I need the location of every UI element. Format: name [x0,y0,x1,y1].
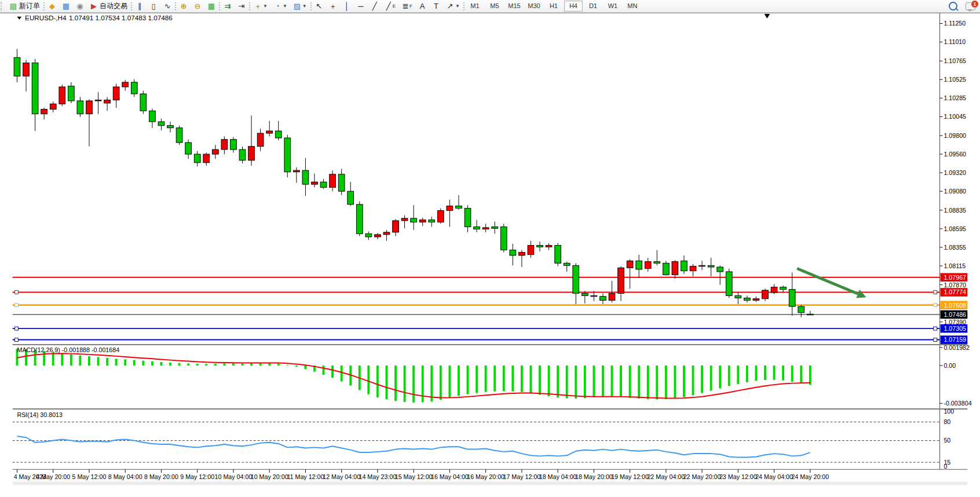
timeframe-m30[interactable]: M30 [525,1,543,12]
macd-bar [440,366,442,400]
search-icon[interactable] [949,2,957,10]
arrows-button[interactable]: ↗▼ [444,0,462,12]
tile-windows-button[interactable]: ▦ [205,0,218,12]
zoom-in-button[interactable]: ⊕ [177,0,190,12]
price-tick-label: 1.11010 [944,38,966,45]
notification-badge: 1 [971,0,979,8]
macd-bar [88,356,90,366]
arrows-icon: ↗ [446,2,454,10]
new-order-button[interactable]: ▤新订单 [7,0,42,12]
timeframe-m1[interactable]: M1 [466,1,484,12]
timeframe-h4[interactable]: H4 [564,1,583,12]
chart-shift-button[interactable]: ⇥ [235,0,248,12]
macd-bar [539,366,541,394]
text-label-button[interactable]: T [430,0,443,12]
data-window-button[interactable]: ▦ [60,0,72,12]
candle-body [131,82,137,94]
price-tick-label: 1.07870 [944,282,966,288]
price-tick-label: 1.08355 [944,244,966,251]
market-watch-button[interactable]: ◆ [46,0,58,12]
line-chart-button[interactable]: ∿ [161,0,174,12]
ohlc-values: 1.07491 1.07534 1.07483 1.07486 [69,14,173,21]
autotrading-button[interactable]: ▶自动交易 [87,0,130,12]
macd-bar [422,366,424,402]
line-handle[interactable] [934,304,937,307]
timeframe-m15[interactable]: M15 [505,1,524,12]
line-handle[interactable] [15,304,19,307]
candle-body [167,126,174,128]
chart-window[interactable]: EURUSD-,H41.07491 1.07534 1.07483 1.0748… [0,13,980,497]
panel-splitter[interactable] [13,408,968,410]
macd-bar [367,366,370,394]
candlestick-chart-button[interactable]: ▯ [147,0,160,12]
line-handle[interactable] [15,327,19,330]
cursor-button[interactable]: ↖ [313,0,326,12]
trendline-icon: ╱ [371,2,379,10]
line-handle[interactable] [934,338,937,342]
line-handle[interactable] [15,338,19,342]
time-tick-label: 22 May 04:00 [647,473,685,480]
panel-splitter[interactable] [13,344,968,345]
vertical-line-button[interactable]: │ [341,0,353,12]
line-handle[interactable] [15,291,19,294]
horizontal-line-button[interactable]: ─ [354,0,367,12]
chevron-down-icon[interactable]: ▼ [283,3,287,9]
timeframe-m5[interactable]: M5 [485,1,504,12]
candle-body [654,262,660,264]
candle-body [708,265,714,267]
zoom-out-button[interactable]: ⊖ [191,0,204,12]
navigator-button[interactable]: ◉ [74,0,86,12]
macd-bar [719,366,721,388]
time-tick-label: 8 May 04:00 [108,473,142,480]
rsi-axis-label: 100 [944,408,954,415]
channel-button[interactable]: ╱E [382,0,398,12]
candle-body [113,87,119,100]
chevron-down-icon[interactable]: ▼ [263,3,268,9]
chevron-down-icon[interactable]: ▼ [302,3,307,9]
line-handle[interactable] [934,291,937,294]
indicators-button[interactable]: ＋▼ [251,0,270,12]
candle-body [492,227,498,229]
trendline-button[interactable]: ╱ [368,0,381,12]
fibonacci-button[interactable]: ≣F [399,0,415,12]
macd-bar [232,363,235,366]
macd-bar [124,359,126,366]
text-button[interactable]: A [416,0,429,12]
toolbar-separator [175,2,176,10]
candle-body [519,253,525,255]
macd-bar [214,364,217,366]
price-tick-label: 1.11250 [944,20,966,27]
candle-body [77,101,83,114]
candle-body [140,94,147,111]
macd-bar [341,366,343,381]
line-handle[interactable] [934,327,937,330]
toolbar-separator [219,2,220,10]
templates-button[interactable]: ▨▼ [291,0,309,12]
bar-chart-button[interactable]: ∥ [133,0,146,12]
macd-bar [376,366,379,397]
macd-bar [394,366,397,401]
timeframe-h1[interactable]: H1 [544,1,563,12]
periods-button[interactable]: ◔▼ [271,0,290,12]
eurusd-h4-chart[interactable]: EURUSD-,H41.07491 1.07534 1.07483 1.0748… [0,13,980,497]
time-tick-label: 24 May 04:00 [755,473,793,480]
candle-body [239,149,246,160]
timeframe-w1[interactable]: W1 [604,1,622,12]
candle-body [537,246,543,247]
timeframe-mn[interactable]: MN [623,1,642,12]
toolbar-right: 1 [949,2,980,10]
auto-scroll-button[interactable]: ⇉ [221,0,234,12]
toolbar-grip[interactable] [1,2,6,11]
price-tick-label: 1.09800 [944,132,966,139]
notifications-icon[interactable]: 1 [966,2,975,10]
time-tick-label: 18 May 20:00 [575,473,613,480]
time-tick-label: 17 May 12:00 [503,473,540,480]
macd-bar [710,366,712,390]
crosshair-button[interactable]: ＋ [327,0,339,12]
chevron-down-icon[interactable]: ▼ [455,3,460,9]
text-icon: A [418,2,426,10]
macd-bar [250,363,253,366]
candle-body [302,170,309,184]
new-order-icon: ▤ [9,2,17,10]
timeframe-d1[interactable]: D1 [584,1,602,12]
